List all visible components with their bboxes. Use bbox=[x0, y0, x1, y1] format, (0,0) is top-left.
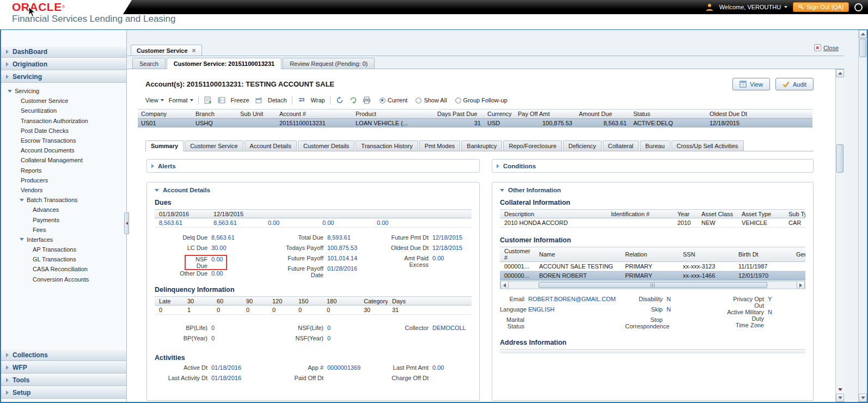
scroll-down-button[interactable] bbox=[859, 394, 867, 402]
customer-row-selected[interactable]: 000000... BOREN ROBERT PRIMARY xx-xxx-14… bbox=[500, 271, 805, 280]
col-days-past-due[interactable]: Days Past Due bbox=[434, 109, 484, 119]
freeze-icon[interactable] bbox=[217, 96, 226, 105]
sidebar-item-post-date-checks[interactable]: Post Date Checks bbox=[21, 126, 126, 136]
col-branch[interactable]: Branch bbox=[192, 109, 237, 119]
radio-current[interactable]: Current bbox=[380, 97, 408, 103]
close-button[interactable]: ✕ Close bbox=[814, 44, 839, 51]
tab-pmt-modes[interactable]: Pmt Modes bbox=[419, 141, 461, 151]
refresh-all-icon[interactable] bbox=[349, 96, 358, 105]
wrap-icon[interactable] bbox=[297, 96, 306, 105]
format-menu[interactable]: Format bbox=[169, 97, 193, 103]
sidebar-group-collections[interactable]: Collections bbox=[1, 349, 126, 361]
tab-deficiency[interactable]: Deficiency bbox=[563, 141, 602, 151]
sidebar-item-casa-reconciliation[interactable]: CASA Reconciliation bbox=[33, 264, 126, 274]
tab-customer-details[interactable]: Customer Details bbox=[298, 141, 354, 151]
sidebar-item-producers[interactable]: Producers bbox=[21, 175, 126, 185]
tab-bureau[interactable]: Bureau bbox=[640, 141, 670, 151]
other-information-header[interactable]: Other Information bbox=[500, 187, 805, 193]
tab-customer-service[interactable]: Customer Service bbox=[185, 141, 243, 151]
col-company[interactable]: Company bbox=[138, 109, 192, 119]
sidebar-group-wfp[interactable]: WFP bbox=[1, 361, 126, 374]
sidebar-group-label: Tools bbox=[13, 376, 29, 384]
freeze-label[interactable]: Freeze bbox=[231, 97, 249, 103]
sidebar-item-transaction-authorization[interactable]: Transaction Authorization bbox=[21, 116, 126, 126]
sidebar-item-customer-service[interactable]: Customer Service bbox=[21, 96, 126, 106]
tree-node-batch-transactions[interactable]: Batch Transactions bbox=[20, 195, 126, 205]
detach-label[interactable]: Detach bbox=[268, 97, 287, 103]
tab-close-icon[interactable]: × bbox=[192, 48, 196, 53]
sidebar-item-escrow-transactions[interactable]: Escrow Transactions bbox=[21, 136, 126, 145]
tab-cross-up-sell[interactable]: Cross/Up Sell Activities bbox=[671, 141, 744, 151]
welcome-menu[interactable]: Welcome, VEROUTHU bbox=[719, 4, 787, 10]
view-menu[interactable]: View bbox=[145, 97, 164, 103]
alerts-panel[interactable]: Alerts bbox=[146, 159, 480, 173]
sidebar-group-dashboard[interactable]: DashBoard bbox=[1, 45, 126, 58]
detach-icon[interactable] bbox=[254, 96, 263, 105]
col-status[interactable]: Status bbox=[630, 109, 706, 119]
profile-icon[interactable] bbox=[854, 3, 863, 11]
refresh-icon[interactable] bbox=[335, 96, 344, 105]
sidebar-group-setup[interactable]: Setup bbox=[1, 386, 126, 399]
col-pay-off-amt[interactable]: Pay Off Amt bbox=[515, 109, 576, 119]
tab-collateral[interactable]: Collateral bbox=[603, 141, 639, 151]
sidebar-group-tools[interactable]: Tools bbox=[1, 374, 126, 386]
tab-bankruptcy[interactable]: Bankruptcy bbox=[461, 141, 502, 151]
delinquency-heading: Delinquency Information bbox=[155, 286, 472, 294]
sidebar-item-securitization[interactable]: Securitization bbox=[21, 106, 126, 115]
col-sub-unit[interactable]: Sub Unit bbox=[237, 109, 276, 119]
col-oldest-due-dt[interactable]: Oldest Due Dt bbox=[706, 109, 812, 119]
col-product[interactable]: Product bbox=[352, 109, 434, 119]
sidebar-collapse-handle[interactable] bbox=[124, 212, 129, 234]
tab-customer-service[interactable]: Customer Service × bbox=[131, 45, 202, 56]
account-details-header[interactable]: Account Details bbox=[155, 187, 472, 193]
hscroll-thumb[interactable] bbox=[539, 282, 767, 288]
accounts-row-selected[interactable]: US01 USHQ 20151100013231 LOAN VEHICLE (.… bbox=[138, 119, 812, 127]
export-icon[interactable] bbox=[204, 96, 212, 105]
sign-out-button[interactable]: Sign Out [QA] bbox=[793, 2, 849, 12]
scroll-up-button[interactable] bbox=[859, 30, 867, 38]
sidebar-item-account-documents[interactable]: Account Documents bbox=[21, 145, 126, 155]
tab-transaction-history[interactable]: Transaction History bbox=[356, 141, 418, 151]
conditions-panel[interactable]: Conditions bbox=[492, 159, 814, 173]
collateral-description-link[interactable]: 2010 HONDA ACCORD bbox=[500, 218, 607, 228]
radio-group-follow-up[interactable]: Group Follow-up bbox=[455, 97, 508, 103]
sidebar-item-collateral-management[interactable]: Collateral Management bbox=[21, 155, 126, 165]
subtab-search[interactable]: Search bbox=[132, 58, 166, 69]
col-currency[interactable]: Currency bbox=[484, 109, 515, 119]
scrollbar-thumb[interactable] bbox=[836, 144, 843, 173]
sidebar-item-conversion-accounts[interactable]: Conversion Accounts bbox=[33, 274, 126, 284]
audit-button[interactable]: Audit bbox=[775, 78, 814, 90]
scroll-right-button[interactable] bbox=[797, 282, 805, 289]
tree-node-servicing[interactable]: Servicing bbox=[8, 86, 126, 96]
sidebar-group-origination[interactable]: Origination bbox=[1, 58, 126, 70]
collateral-row[interactable]: 2010 HONDA ACCORD 2010 NEW VEHICLE CAR bbox=[500, 218, 805, 228]
col-amount-due[interactable]: Amount Due bbox=[576, 109, 630, 119]
sign-out-label: Sign Out [QA] bbox=[806, 4, 843, 10]
sidebar-item-advances[interactable]: Advances bbox=[33, 205, 126, 215]
sidebar-item-reports[interactable]: Reports bbox=[21, 166, 126, 175]
wrap-label[interactable]: Wrap bbox=[311, 97, 325, 103]
tree-node-interfaces[interactable]: Interfaces bbox=[20, 235, 126, 245]
tab-repo-foreclosure[interactable]: Repo/Foreclosure bbox=[503, 141, 561, 151]
scroll-down-button[interactable] bbox=[836, 394, 844, 402]
scrollbar-thumb[interactable] bbox=[859, 39, 866, 57]
scroll-left-button[interactable] bbox=[500, 282, 509, 289]
col-account[interactable]: Account # bbox=[276, 109, 352, 119]
sidebar-item-vendors[interactable]: Vendors bbox=[21, 185, 126, 195]
sidebar-item-fees[interactable]: Fees bbox=[33, 225, 126, 235]
sidebar-item-gl-transactions[interactable]: GL Transactions bbox=[33, 254, 126, 264]
radio-show-all[interactable]: Show All bbox=[415, 97, 447, 103]
tab-summary[interactable]: Summary bbox=[145, 141, 184, 151]
subtab-customer-service-account[interactable]: Customer Service: 20151100013231 bbox=[167, 58, 282, 69]
scroll-up-button[interactable] bbox=[836, 69, 844, 77]
print-icon[interactable] bbox=[363, 96, 371, 105]
right-column: Conditions Other Information Collateral … bbox=[492, 159, 814, 401]
subtab-review-request[interactable]: Review Request (Pending: 0) bbox=[283, 58, 375, 69]
customer-row[interactable]: 000001... ACCOUNT SALE TESTING PRIMARY x… bbox=[500, 262, 805, 271]
panel-expand-marker[interactable] bbox=[837, 387, 843, 393]
sidebar-item-payments[interactable]: Payments bbox=[33, 215, 126, 224]
view-button[interactable]: View bbox=[732, 78, 770, 90]
tab-account-details[interactable]: Account Details bbox=[244, 141, 297, 151]
sidebar-group-servicing[interactable]: Servicing bbox=[1, 70, 126, 83]
sidebar-item-ap-transactions[interactable]: AP Transactions bbox=[33, 245, 126, 254]
